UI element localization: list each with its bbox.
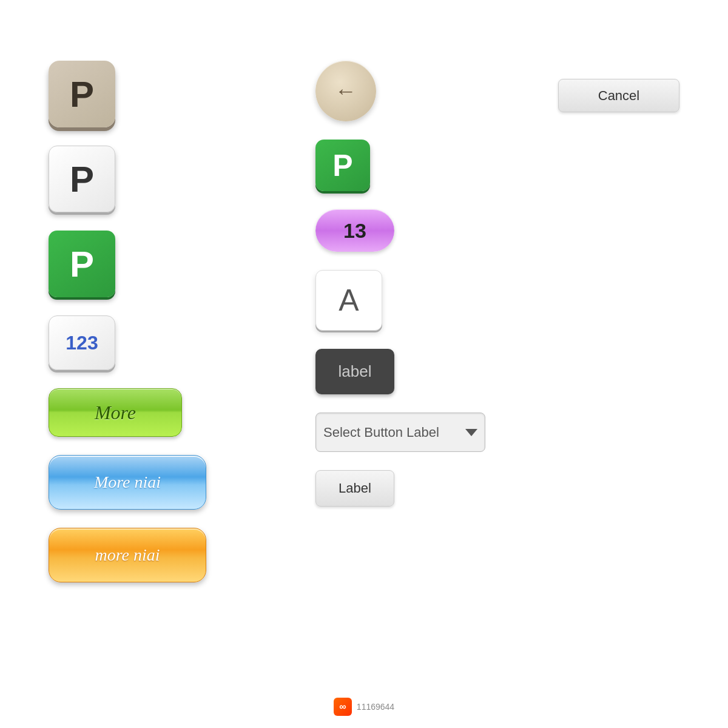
chevron-down-icon	[465, 429, 477, 436]
watermark-logo: ∞	[334, 698, 352, 716]
cancel-button[interactable]: Cancel	[558, 79, 679, 112]
key-p-green-label: P	[70, 243, 94, 285]
watermark-text: 11169644	[357, 702, 394, 712]
key-a-white-button[interactable]: A	[315, 270, 382, 331]
left-column: P P P 123 More More niai more niai	[49, 61, 206, 582]
key-p-beige-button[interactable]: P	[49, 61, 115, 127]
label-gray-button[interactable]: Label	[315, 470, 394, 507]
more-green-button[interactable]: More	[49, 388, 182, 437]
more-blue-label: More niai	[94, 473, 161, 492]
key-p-green-small-button[interactable]: P	[315, 140, 370, 191]
cancel-button-label: Cancel	[598, 88, 639, 104]
more-orange-label: more niai	[95, 545, 160, 565]
back-arrow-icon: ←	[335, 78, 357, 104]
right-column: ← P 13 A label Select Button Label Label	[315, 61, 485, 582]
select-button-label-dropdown[interactable]: Select Button Label	[315, 413, 485, 452]
watermark-area: ∞ 11169644	[0, 698, 728, 716]
key-a-label: A	[339, 283, 359, 318]
key-p-green-small-label: P	[332, 148, 352, 183]
key-123-button[interactable]: 123	[49, 315, 115, 370]
select-dropdown-text: Select Button Label	[323, 425, 439, 440]
badge-13-button[interactable]: 13	[315, 209, 394, 252]
label-dark-button[interactable]: label	[315, 349, 394, 394]
label-gray-text: Label	[339, 480, 371, 496]
key-p-white-button[interactable]: P	[49, 146, 115, 212]
label-dark-text: label	[339, 362, 372, 381]
key-p-white-label: P	[70, 158, 94, 200]
more-orange-button[interactable]: more niai	[49, 528, 206, 582]
key-123-label: 123	[66, 332, 98, 354]
key-p-green-button[interactable]: P	[49, 231, 115, 297]
more-green-label: More	[95, 402, 136, 424]
more-blue-button[interactable]: More niai	[49, 455, 206, 510]
back-arrow-button[interactable]: ←	[315, 61, 376, 121]
key-p-beige-label: P	[70, 73, 94, 115]
badge-13-label: 13	[343, 219, 366, 243]
